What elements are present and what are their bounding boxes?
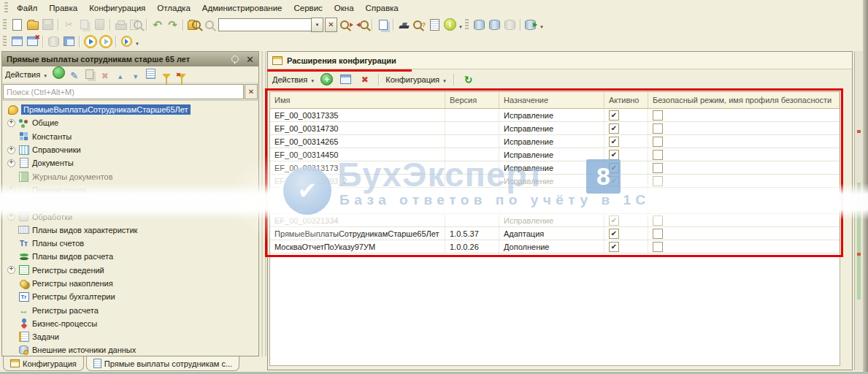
table-row[interactable]: EF_00_00321334Исправление — [270, 214, 840, 227]
tree-item-root[interactable]: ПрямыеВыплатыСотрудникамСтарше65Лет — [2, 103, 258, 116]
table-row[interactable]: EF_00_00312093_2Исправление — [270, 175, 840, 188]
db-publish-icon[interactable]: ▶ — [523, 18, 539, 32]
chevron-down-icon[interactable]: ▼ — [539, 25, 544, 29]
table-row[interactable]: EF_00_00314730Исправление — [270, 122, 840, 135]
active-checkbox[interactable] — [609, 123, 619, 134]
menu-item-configuration[interactable]: Конфигурация — [83, 1, 151, 15]
active-checkbox[interactable] — [609, 176, 619, 186]
panel-window-icon[interactable] — [61, 34, 77, 49]
tree-item-data-processors[interactable]: +Обработки — [2, 210, 258, 223]
clone-icon[interactable] — [82, 66, 97, 81]
expand-icon[interactable]: + — [7, 159, 16, 167]
safe-mode-checkbox[interactable] — [653, 150, 663, 160]
safe-mode-checkbox[interactable] — [653, 163, 663, 173]
tree-item-accounting-registers[interactable]: ТгРегистры бухгалтерии — [2, 290, 258, 303]
menu-item-windows[interactable]: Окна — [329, 1, 360, 15]
filter-icon[interactable] — [158, 68, 174, 83]
windows-list-icon[interactable] — [375, 18, 391, 32]
search-forward-icon[interactable] — [339, 18, 354, 32]
db-check-icon[interactable] — [487, 18, 502, 32]
print-preview-icon[interactable] — [128, 18, 144, 32]
menu-item-edit[interactable]: Правка — [43, 1, 83, 15]
expand-icon[interactable]: + — [7, 266, 16, 274]
tree-item-calculation-registers[interactable]: ↔Регистры расчета — [2, 303, 258, 316]
safe-mode-checkbox[interactable] — [653, 176, 663, 186]
safe-mode-checkbox[interactable] — [653, 110, 663, 121]
db-load-icon[interactable] — [502, 18, 518, 32]
zoom-icon[interactable] — [201, 18, 217, 32]
extensions-actions-button[interactable]: Действия ▼ — [272, 75, 315, 84]
expand-icon[interactable]: + — [7, 146, 16, 154]
safe-mode-checkbox[interactable] — [653, 137, 663, 147]
table-row[interactable]: EF_00_00313173Исправление — [270, 161, 840, 175]
tree-item-charts-of-calculation-types[interactable]: Планы видов расчета — [2, 250, 258, 263]
tree-item-accumulation-registers[interactable]: Регистры накопления — [2, 277, 258, 290]
toolbar-grip[interactable] — [465, 19, 469, 31]
chevron-down-icon[interactable]: ▼ — [458, 25, 463, 29]
clear-search-icon[interactable]: ✕ — [245, 84, 258, 99]
open-configuration-icon[interactable] — [338, 72, 353, 87]
cut-icon[interactable]: ✂ — [61, 18, 77, 32]
tree-item-common[interactable]: +Общие — [2, 116, 258, 129]
safe-mode-checkbox[interactable] — [653, 215, 663, 226]
table-row[interactable]: EF_00_00314265Исправление — [270, 135, 840, 148]
find-icon[interactable] — [186, 18, 201, 32]
menu-item-service[interactable]: Сервис — [288, 1, 328, 15]
column-header[interactable]: Версия — [445, 92, 499, 109]
active-checkbox[interactable] — [609, 110, 619, 121]
safe-mode-checkbox[interactable] — [653, 123, 663, 134]
quick-search-input[interactable] — [218, 18, 311, 31]
close-icon[interactable]: ✕ — [245, 54, 256, 65]
window-close-icon[interactable]: ✖ — [25, 34, 40, 49]
open-folder-icon[interactable] — [25, 18, 40, 32]
safe-mode-checkbox[interactable] — [653, 242, 663, 252]
delete-icon[interactable]: ✖ — [97, 69, 112, 83]
db-gray-icon[interactable] — [46, 34, 61, 49]
active-checkbox[interactable] — [609, 163, 619, 173]
tree-item-enums[interactable]: +Перечисления — [2, 183, 258, 196]
tree-item-business-processes[interactable]: Бизнес-процессы — [2, 317, 258, 330]
print-icon[interactable] — [113, 18, 128, 32]
info-icon[interactable]: i — [442, 18, 458, 32]
tree-item-catalogs[interactable]: +Справочники — [2, 143, 258, 156]
paste-icon[interactable] — [92, 18, 107, 32]
chevron-down-icon[interactable]: ▼ — [135, 42, 139, 46]
table-row[interactable]: EF_00_00317335Исправление — [270, 109, 840, 122]
menu-item-help[interactable]: Справка — [360, 1, 404, 15]
table-row[interactable]: ПрямыеВыплатыСотрудникамСтарше65Лет1.0.5… — [270, 227, 840, 240]
window-new-icon[interactable] — [9, 34, 25, 49]
connect-debug-icon[interactable] — [119, 34, 134, 49]
list-icon[interactable] — [143, 66, 158, 81]
tab-direct-payments[interactable]: Прямые выплаты сотрудникам с... — [86, 356, 239, 371]
active-checkbox[interactable] — [609, 215, 619, 226]
delete-extension-button[interactable]: ✖ — [357, 72, 372, 87]
menu-item-debug[interactable]: Отладка — [151, 1, 196, 15]
table-row[interactable]: МоскваОтчетПоУказу97УМ1.0.0.26Дополнение — [270, 240, 840, 253]
menu-item-file[interactable]: Файл — [11, 1, 43, 15]
search-input[interactable] — [3, 84, 244, 99]
active-checkbox[interactable] — [609, 150, 619, 160]
tree-item-charts-of-characteristic-types[interactable]: Планы видов характеристик — [2, 224, 258, 237]
combo-dropdown-icon[interactable]: ▼ — [311, 18, 323, 32]
move-down-icon[interactable]: ▼ — [128, 69, 143, 84]
combo-clear-icon[interactable]: ✕ — [325, 18, 337, 32]
help-search-icon[interactable]: ? — [412, 18, 427, 32]
copy-icon[interactable] — [77, 18, 92, 32]
expand-icon[interactable]: + — [7, 119, 16, 127]
active-checkbox[interactable] — [609, 229, 619, 239]
tree-item-documents[interactable]: +Документы — [2, 156, 258, 169]
configuration-menu-button[interactable]: Конфигурация ▼ — [385, 75, 448, 84]
run-no-debug-icon[interactable] — [98, 34, 113, 49]
add-icon[interactable] — [51, 65, 66, 80]
actions-menu-button[interactable]: Действия ▼ — [5, 70, 48, 79]
edit-icon[interactable]: ✎ — [66, 68, 82, 83]
move-up-icon[interactable]: ▲ — [112, 69, 128, 84]
menu-item-administration[interactable]: Администрирование — [196, 1, 288, 15]
toolbar-grip[interactable] — [3, 36, 7, 47]
toolbar-grip[interactable] — [4, 2, 8, 14]
tree-item-external-data-sources[interactable]: Внешние источники данных — [2, 343, 258, 356]
tab-configuration[interactable]: Конфигурация — [3, 356, 84, 371]
redo-icon[interactable]: ↷ — [165, 18, 180, 32]
column-header[interactable]: Безопасный режим, имя профиля безопаснос… — [648, 92, 840, 109]
tree-item-constants[interactable]: Константы — [2, 130, 258, 143]
